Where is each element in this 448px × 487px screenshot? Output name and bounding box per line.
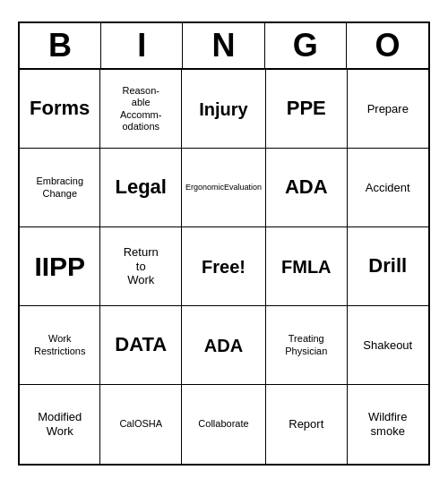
bingo-cell: EmbracingChange xyxy=(20,149,100,227)
header-letter: N xyxy=(183,23,264,68)
bingo-cell: Free! xyxy=(182,227,266,306)
bingo-cell: Reason-ableAccomm-odations xyxy=(100,70,181,149)
bingo-cell: Shakeout xyxy=(348,306,428,385)
bingo-grid: FormsReason-ableAccomm-odationsInjuryPPE… xyxy=(20,70,428,464)
bingo-cell: Legal xyxy=(100,149,181,227)
bingo-cell: PPE xyxy=(266,70,347,149)
header-letter: O xyxy=(347,23,428,68)
bingo-cell: Injury xyxy=(182,70,266,149)
header-letter: I xyxy=(101,23,183,68)
bingo-cell: IIPP xyxy=(20,227,100,306)
bingo-card: BINGO FormsReason-ableAccomm-odationsInj… xyxy=(18,21,430,466)
header-letter: G xyxy=(265,23,347,68)
bingo-cell: WorkRestrictions xyxy=(20,306,100,385)
bingo-cell: FMLA xyxy=(266,227,347,306)
bingo-cell: ModifiedWork xyxy=(20,385,100,464)
bingo-cell: CalOSHA xyxy=(100,385,181,464)
bingo-cell: Forms xyxy=(20,70,100,149)
bingo-cell: DATA xyxy=(100,306,181,385)
bingo-cell: Report xyxy=(266,385,347,464)
bingo-cell: Collaborate xyxy=(182,385,266,464)
bingo-cell: Accident xyxy=(348,149,428,227)
bingo-cell: ADA xyxy=(182,306,266,385)
bingo-cell: Wildfiresmoke xyxy=(348,385,428,464)
header-letter: B xyxy=(20,23,101,68)
bingo-cell: ADA xyxy=(266,149,347,227)
bingo-cell: TreatingPhysician xyxy=(266,306,347,385)
bingo-cell: ReturntoWork xyxy=(100,227,181,306)
bingo-cell: Prepare xyxy=(348,70,428,149)
bingo-cell: ErgonomicEvaluation xyxy=(182,149,266,227)
bingo-header: BINGO xyxy=(20,23,428,70)
bingo-cell: Drill xyxy=(348,227,428,306)
